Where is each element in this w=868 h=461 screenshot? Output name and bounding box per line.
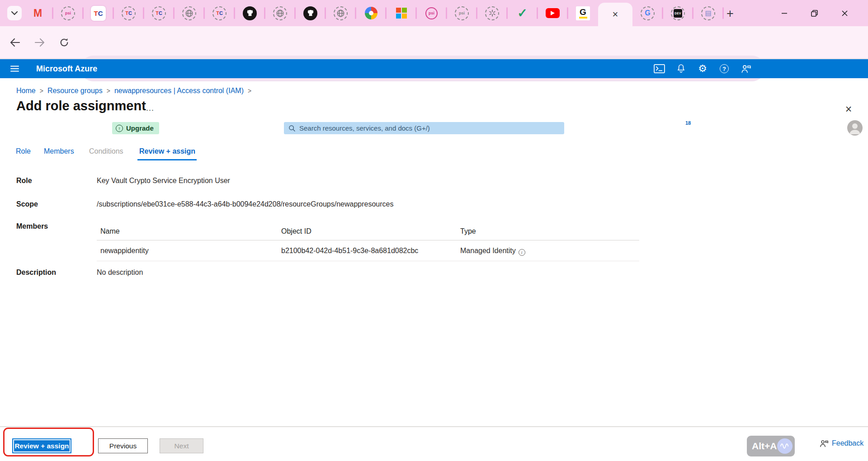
title-overflow-menu[interactable]: … [146,103,155,113]
feedback-person-icon[interactable] [737,59,755,78]
previous-button[interactable]: Previous [98,438,148,453]
gmail-icon: M [33,7,42,19]
tc-site-icon: TC [91,6,106,21]
tab-g-yellow[interactable]: G [568,0,598,26]
new-tab-button[interactable]: + [722,6,738,21]
back-button[interactable] [5,26,25,58]
minimize-icon [781,9,788,17]
github-icon [303,6,317,20]
browser-toolbar: portal.azure.com/#view/Microsoft_Azure_A… [0,26,868,58]
member-name-cell: newappidentity [100,247,149,255]
members-label: Members [16,222,48,230]
globe-icon [334,6,348,20]
role-value: Key Vault Crypto Service Encryption User [97,177,230,185]
tab-review-assign[interactable]: Review + assign [139,147,195,155]
role-label: Role [16,177,32,185]
forward-button[interactable] [30,26,50,58]
tab-color-wheel[interactable] [356,0,386,26]
youtube-icon [546,8,560,18]
member-object-id-cell: b2100b42-042d-4b51-9c3e-8a681d082cbc [281,247,418,255]
tab-tc-dashed[interactable]: TC [204,0,235,26]
tab-google-g-dashed[interactable]: G [632,0,663,26]
next-button: Next [160,438,203,453]
screen: MpsiTCTCTCTCpsipsi✓G×GDEV▤ + portal.azur… [0,0,868,461]
tab-tc-dashed[interactable]: TC [113,0,144,26]
tab-github[interactable] [295,0,326,26]
window-close-button[interactable] [831,0,858,26]
window-minimize-button[interactable] [771,0,797,26]
page-title: Add role assignment [16,99,146,113]
github-icon [243,6,257,20]
tab-github[interactable] [235,0,265,26]
tab-tc-white[interactable]: TC [83,0,113,26]
tab-psi-pink-dashed[interactable]: psi [53,0,83,26]
reload-icon [59,38,69,47]
dev-icon: DEV [671,6,685,20]
globe-icon [182,6,196,20]
upgrade-arrow-icon: ↑ [116,125,123,132]
breadcrumb-resource-groups[interactable]: Resource groups [47,87,103,95]
tab-gmail[interactable]: M [23,0,53,26]
footer-divider [0,426,868,427]
column-header-type: Type [460,227,476,235]
notification-count-badge: 18 [684,118,693,127]
active-tab-underline [137,159,197,160]
upgrade-label: Upgrade [126,124,154,132]
breadcrumb: Home > Resource groups > newappresources… [16,87,251,95]
tab-globe-dashed[interactable] [265,0,295,26]
active-tab[interactable]: × [598,3,632,26]
help-icon[interactable]: ? [715,59,733,78]
hamburger-menu-icon[interactable] [5,59,24,78]
voice-shortcut-pill[interactable]: Alt+A [747,436,795,456]
settings-gear-icon[interactable]: ⚙ [693,59,712,78]
back-arrow-icon [9,38,20,47]
window-restore-button[interactable] [801,0,827,26]
browser-tab-strip: MpsiTCTCTCTCpsipsi✓G×GDEV▤ + [0,0,868,26]
review-assign-button[interactable]: Review + assign [12,438,71,453]
openai-icon [485,6,499,20]
breadcrumb-separator: > [40,87,43,94]
azure-brand[interactable]: Microsoft Azure [36,59,97,78]
description-value: No description [97,268,143,277]
tc-site-icon: TC [212,6,226,20]
google-g-icon: G [641,6,655,20]
table-row-divider [97,261,639,261]
forward-arrow-icon [34,38,45,47]
description-label: Description [16,268,56,277]
tab-doc-dashed[interactable]: ▤ [693,0,723,26]
tab-openai-dashed[interactable] [477,0,507,26]
tab-conditions: Conditions [89,147,123,155]
reload-button[interactable] [54,26,74,58]
tab-microsoft[interactable] [386,0,416,26]
tab-role[interactable]: Role [16,147,31,155]
tab-tc-dashed[interactable]: TC [144,0,174,26]
globe-icon [273,6,287,20]
tab-youtube[interactable] [538,0,568,26]
microsoft-logo-icon [396,8,407,19]
azure-header: Microsoft Azure ↑ Upgrade 18 ⚙ ? olaraph… [0,59,868,78]
tab-dev-dashed[interactable]: DEV [663,0,693,26]
account-info[interactable]: olaraph004@gmail.com DEFAULT DIRECTORY [769,120,844,134]
g-highlight-icon: G [576,6,590,20]
tab-green-check[interactable]: ✓ [507,0,538,26]
tab-psi-pink[interactable]: psi [416,0,447,26]
breadcrumb-home[interactable]: Home [16,87,36,95]
tab-close-icon[interactable]: × [613,9,618,19]
notifications-bell-icon[interactable] [672,59,690,78]
account-avatar[interactable] [847,120,863,136]
table-header-divider [97,240,639,240]
tab-psi-gray-dashed[interactable]: psi [447,0,477,26]
breadcrumb-resource-iam[interactable]: newappresources | Access control (IAM) [114,87,244,95]
blade-close-button[interactable]: × [842,102,855,116]
cloud-shell-icon[interactable] [650,59,668,78]
tab-globe-dashed[interactable] [326,0,356,26]
tab-search-button[interactable] [7,6,22,20]
azure-search-input[interactable] [299,124,552,132]
feedback-link[interactable]: Feedback [819,439,863,447]
tab-members[interactable]: Members [44,147,74,155]
feedback-icon [819,439,829,447]
upgrade-button[interactable]: ↑ Upgrade [112,122,159,134]
info-icon[interactable]: i [519,249,525,256]
azure-search-box[interactable] [284,122,564,134]
tab-globe-dashed[interactable] [174,0,204,26]
